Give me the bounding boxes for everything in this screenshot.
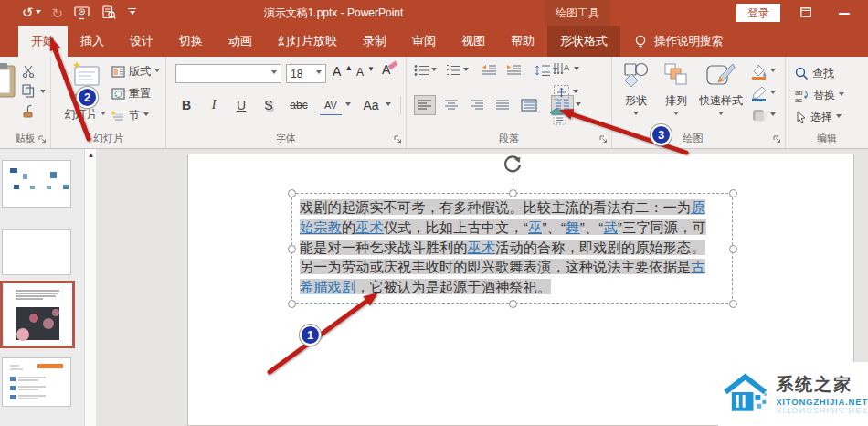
columns-dropdown-icon[interactable] — [576, 102, 581, 109]
underline-button[interactable]: U — [232, 95, 250, 115]
distribute-text-button[interactable] — [518, 96, 540, 114]
signin-button[interactable]: 登录 — [736, 4, 780, 22]
slide-thumbnail-3-selected[interactable] — [0, 281, 75, 348]
tab-切换[interactable]: 切换 — [166, 26, 216, 57]
tab-动画[interactable]: 动画 — [216, 26, 265, 57]
hyperlink-text[interactable]: 巫 — [528, 219, 542, 235]
shape-outline-button[interactable] — [751, 86, 776, 101]
replace-button[interactable]: abac 替换 — [795, 88, 844, 103]
selected-text-box[interactable]: 戏剧的起源实不可考，有多种假说。比较主流的看法有二：一为原始宗教的巫术仪式，比如… — [291, 193, 733, 304]
character-spacing-button[interactable]: AV — [320, 95, 342, 115]
quick-styles-button[interactable]: 快速样式 — [696, 62, 746, 118]
format-painter-icon[interactable] — [22, 104, 36, 119]
decrease-indent-icon[interactable] — [482, 64, 497, 77]
tab-设计[interactable]: 设计 — [117, 26, 166, 57]
hyperlink-text[interactable]: 武 — [604, 219, 618, 235]
arrange-button[interactable]: 排列 — [658, 62, 694, 118]
clear-formatting-button[interactable]: A — [382, 62, 397, 77]
resize-handle-bottom-right[interactable] — [729, 300, 737, 308]
shape-fill-button[interactable] — [751, 64, 776, 80]
justify-button[interactable] — [492, 96, 513, 114]
copy-icon[interactable] — [22, 84, 35, 98]
section-button[interactable]: 节 — [111, 108, 149, 123]
character-spacing-dropdown-icon[interactable] — [345, 102, 351, 109]
bullets-icon[interactable] — [414, 64, 429, 77]
redo-icon[interactable]: ↻ — [52, 6, 64, 20]
resize-handle-top-center[interactable] — [509, 189, 517, 197]
tab-帮助[interactable]: 帮助 — [498, 26, 547, 57]
strikethrough-button[interactable]: abc — [287, 95, 311, 115]
reset-button[interactable]: 重置 — [111, 86, 151, 101]
line-spacing-icon[interactable] — [535, 64, 551, 77]
tab-录制[interactable]: 录制 — [350, 26, 399, 57]
align-left-button[interactable] — [414, 95, 436, 115]
hyperlink-text[interactable]: 古 — [691, 259, 704, 274]
font-group-label: 字体 — [166, 132, 406, 145]
shape-effects-button[interactable] — [751, 108, 776, 122]
resize-handle-top-right[interactable] — [729, 189, 737, 197]
resize-handle-mid-right[interactable] — [729, 245, 737, 253]
hyperlink-text[interactable]: 希腊戏剧 — [300, 279, 355, 294]
grow-font-button[interactable]: A▲ — [333, 64, 353, 79]
align-right-button[interactable] — [467, 96, 487, 114]
change-case-button[interactable]: Aa — [360, 95, 382, 115]
align-center-button[interactable] — [441, 96, 461, 114]
ribbon-display-options-icon[interactable] — [800, 7, 811, 17]
undo-button[interactable]: ↺ — [22, 5, 41, 21]
text-shadow-button[interactable]: S — [259, 95, 278, 115]
italic-button[interactable]: I — [205, 95, 223, 115]
textbox-text[interactable]: 戏剧的起源实不可考，有多种假说。比较主流的看法有二：一为原始宗教的巫术仪式，比如… — [300, 197, 706, 297]
font-dialog-launcher-icon[interactable] — [394, 135, 403, 144]
undo-dropdown-icon[interactable] — [36, 10, 41, 16]
hyperlink-text[interactable]: 始宗教 — [300, 219, 342, 235]
font-name-combo[interactable] — [175, 64, 281, 83]
hyperlink-text[interactable]: 巫术 — [355, 219, 384, 235]
tell-me-search[interactable]: 操作说明搜索 — [633, 26, 723, 57]
convert-to-smartart-button[interactable] — [548, 106, 570, 126]
tab-插入[interactable]: 插入 — [68, 26, 117, 57]
copy-dropdown-icon[interactable] — [40, 90, 46, 96]
drawing-dialog-launcher-icon[interactable] — [773, 135, 782, 144]
resize-handle-bottom-left[interactable] — [288, 300, 296, 308]
clipboard-dialog-launcher-icon[interactable] — [38, 135, 48, 144]
paste-icon[interactable] — [0, 62, 16, 101]
bold-button[interactable]: B — [177, 95, 196, 115]
tab-形状格式[interactable]: 形状格式 — [547, 26, 620, 57]
scroll-up-icon[interactable]: ▲ — [85, 151, 97, 159]
change-case-dropdown-icon[interactable] — [386, 102, 391, 109]
hyperlink-text[interactable]: 舞 — [566, 219, 579, 235]
customize-qat-icon[interactable] — [128, 8, 136, 18]
resize-handle-bottom-center[interactable] — [509, 300, 517, 308]
tab-开始[interactable]: 开始 — [18, 26, 68, 57]
layout-button[interactable]: 版式 — [111, 64, 160, 80]
rotate-handle-icon[interactable] — [501, 152, 524, 177]
resize-handle-top-left[interactable] — [288, 189, 296, 197]
print-preview-icon[interactable] — [101, 5, 117, 20]
slide-thumbnail-1[interactable] — [2, 160, 71, 208]
bullets-dropdown-icon[interactable] — [431, 68, 437, 74]
textbox-line-4: 另一为劳动或庆祝丰收时的即兴歌舞表演，这种说法主要依据是古 — [300, 257, 706, 277]
hyperlink-text[interactable]: 巫术 — [468, 240, 496, 255]
align-text-button[interactable] — [553, 84, 578, 101]
text-direction-button[interactable]: A — [553, 62, 579, 78]
tab-审阅[interactable]: 审阅 — [399, 26, 449, 57]
cut-icon[interactable] — [22, 65, 36, 78]
shrink-font-button[interactable]: A▼ — [356, 66, 375, 79]
minimize-icon[interactable] — [839, 13, 850, 15]
tab-视图[interactable]: 视图 — [449, 26, 498, 57]
paragraph-dialog-launcher-icon[interactable] — [599, 135, 609, 144]
shapes-button[interactable]: 形状 — [618, 62, 654, 118]
font-size-combo[interactable]: 18 — [286, 64, 326, 83]
hyperlink-text[interactable]: 原 — [691, 199, 704, 215]
tab-幻灯片放映[interactable]: 幻灯片放映 — [265, 26, 350, 57]
thumbnail-scrollbar[interactable]: ▲ — [84, 149, 96, 426]
start-slideshow-icon[interactable] — [74, 5, 90, 20]
find-button[interactable]: 查找 — [795, 66, 834, 81]
select-button[interactable]: 选择 — [795, 110, 842, 125]
resize-handle-mid-left[interactable] — [288, 245, 296, 253]
slide-thumbnail-4[interactable] — [2, 357, 71, 407]
increase-indent-icon[interactable] — [506, 64, 522, 77]
numbering-icon[interactable] — [446, 64, 461, 77]
numbering-dropdown-icon[interactable] — [463, 68, 469, 74]
slide-thumbnail-2[interactable] — [2, 229, 71, 275]
